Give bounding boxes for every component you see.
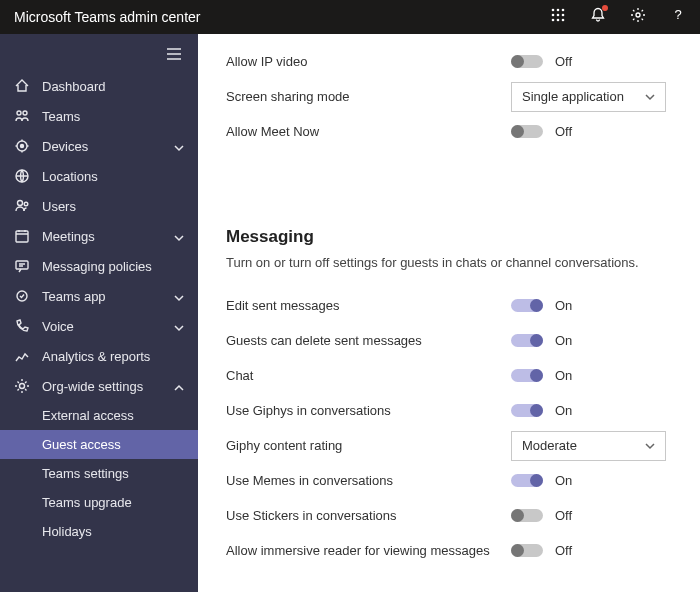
sidebar-item-label: Meetings: [42, 229, 162, 244]
svg-point-6: [552, 19, 555, 22]
chevron-down-icon: [174, 141, 184, 151]
sidebar-item-locations[interactable]: Locations: [0, 161, 198, 191]
sidebar-item-label: Dashboard: [42, 79, 184, 94]
toggle-state-label: Off: [555, 124, 572, 139]
select-dropdown[interactable]: Single application: [511, 82, 666, 112]
settings-icon: [14, 378, 30, 394]
sidebar-item-users[interactable]: Users: [0, 191, 198, 221]
toggle-state-label: Off: [555, 543, 572, 558]
sidebar-item-label: Analytics & reports: [42, 349, 184, 364]
sidebar-item-analytics[interactable]: Analytics & reports: [0, 341, 198, 371]
sidebar-item-label: Voice: [42, 319, 162, 334]
toggle-switch[interactable]: [511, 509, 543, 522]
setting-label: Guests can delete sent messages: [226, 333, 511, 348]
analytics-icon: [14, 348, 30, 364]
svg-point-12: [23, 111, 27, 115]
setting-row: Allow immersive reader for viewing messa…: [226, 533, 666, 568]
sidebar-item-teams[interactable]: Teams: [0, 101, 198, 131]
svg-point-0: [552, 9, 555, 12]
sidebar-subitem[interactable]: External access: [0, 401, 198, 430]
toggle-switch[interactable]: [511, 299, 543, 312]
chevron-down-icon: [645, 441, 655, 451]
toggle-switch[interactable]: [511, 334, 543, 347]
setting-row: Allow Meet NowOff: [226, 114, 666, 149]
select-value: Single application: [522, 89, 624, 104]
chevron-down-icon: [174, 321, 184, 331]
chevron-down-icon: [174, 291, 184, 301]
sidebar-item-messaging[interactable]: Messaging policies: [0, 251, 198, 281]
setting-row: Allow IP videoOff: [226, 44, 666, 79]
svg-point-9: [636, 13, 640, 17]
svg-point-11: [17, 111, 21, 115]
svg-point-5: [562, 14, 565, 17]
topbar-icons: ?: [550, 7, 686, 27]
sidebar-item-settings[interactable]: Org-wide settings: [0, 371, 198, 401]
sidebar-item-meetings[interactable]: Meetings: [0, 221, 198, 251]
toggle-state-label: On: [555, 473, 572, 488]
toggle-switch[interactable]: [511, 404, 543, 417]
svg-point-1: [557, 9, 560, 12]
sidebar-item-dashboard[interactable]: Dashboard: [0, 71, 198, 101]
svg-text:?: ?: [674, 7, 681, 22]
sidebar-subitem[interactable]: Guest access: [0, 430, 198, 459]
setting-row: Screen sharing modeSingle application: [226, 79, 666, 114]
sidebar-item-label: Users: [42, 199, 184, 214]
topbar: Microsoft Teams admin center ?: [0, 0, 700, 34]
svg-point-8: [562, 19, 565, 22]
svg-point-17: [24, 202, 28, 206]
help-icon[interactable]: ?: [670, 7, 686, 27]
svg-rect-18: [16, 231, 28, 242]
hamburger-icon[interactable]: [150, 34, 198, 71]
toggle-state-label: Off: [555, 508, 572, 523]
waffle-icon[interactable]: [550, 7, 566, 27]
toggle-state-label: On: [555, 333, 572, 348]
setting-label: Edit sent messages: [226, 298, 511, 313]
svg-point-16: [18, 201, 23, 206]
toggle-switch[interactable]: [511, 369, 543, 382]
svg-point-2: [562, 9, 565, 12]
toggle-switch[interactable]: [511, 125, 543, 138]
setting-label: Allow immersive reader for viewing messa…: [226, 543, 511, 558]
svg-point-14: [21, 145, 24, 148]
setting-label: Chat: [226, 368, 511, 383]
setting-label: Screen sharing mode: [226, 89, 511, 104]
sidebar-item-devices[interactable]: Devices: [0, 131, 198, 161]
teamsapp-icon: [14, 288, 30, 304]
section-desc-messaging: Turn on or turn off settings for guests …: [226, 255, 666, 270]
sidebar-subitem[interactable]: Teams upgrade: [0, 488, 198, 517]
section-title-messaging: Messaging: [226, 227, 666, 247]
setting-label: Use Stickers in conversations: [226, 508, 511, 523]
meetings-icon: [14, 228, 30, 244]
toggle-state-label: On: [555, 368, 572, 383]
sidebar-item-label: Locations: [42, 169, 184, 184]
svg-point-3: [552, 14, 555, 17]
chevron-down-icon: [645, 92, 655, 102]
sidebar-subitem[interactable]: Holidays: [0, 517, 198, 546]
setting-row: Guests can delete sent messagesOn: [226, 323, 666, 358]
settings-gear-icon[interactable]: [630, 7, 646, 27]
locations-icon: [14, 168, 30, 184]
chevron-down-icon: [174, 231, 184, 241]
toggle-switch[interactable]: [511, 544, 543, 557]
svg-point-7: [557, 19, 560, 22]
toggle-switch[interactable]: [511, 474, 543, 487]
messaging-icon: [14, 258, 30, 274]
setting-row: Use Memes in conversationsOn: [226, 463, 666, 498]
sidebar-item-voice[interactable]: Voice: [0, 311, 198, 341]
select-dropdown[interactable]: Moderate: [511, 431, 666, 461]
sidebar-item-label: Teams: [42, 109, 184, 124]
sidebar-item-label: Messaging policies: [42, 259, 184, 274]
notifications-icon[interactable]: [590, 7, 606, 27]
sidebar-subitem[interactable]: Teams settings: [0, 459, 198, 488]
dashboard-icon: [14, 78, 30, 94]
toggle-state-label: On: [555, 298, 572, 313]
voice-icon: [14, 318, 30, 334]
setting-row: Giphy content ratingModerate: [226, 428, 666, 463]
sidebar-item-teamsapp[interactable]: Teams app: [0, 281, 198, 311]
sidebar-item-label: Teams app: [42, 289, 162, 304]
toggle-state-label: Off: [555, 54, 572, 69]
svg-point-4: [557, 14, 560, 17]
toggle-switch[interactable]: [511, 55, 543, 68]
setting-label: Allow Meet Now: [226, 124, 511, 139]
sidebar-item-label: Org-wide settings: [42, 379, 162, 394]
